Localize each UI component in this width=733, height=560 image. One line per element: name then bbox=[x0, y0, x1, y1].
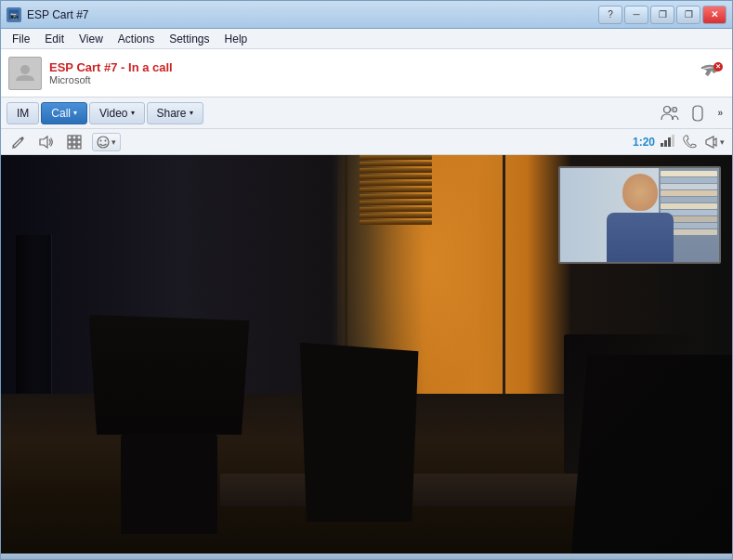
speaker-icon-button[interactable] bbox=[36, 133, 57, 151]
menu-file[interactable]: File bbox=[5, 31, 37, 47]
toolbar-row: IM Call ▾ Video ▾ Share ▾ bbox=[1, 98, 732, 129]
svg-marker-6 bbox=[40, 137, 47, 148]
menu-help[interactable]: Help bbox=[217, 31, 255, 47]
svg-rect-21 bbox=[668, 137, 671, 147]
call-phone-button[interactable] bbox=[683, 135, 700, 150]
more-tools-button[interactable]: » bbox=[713, 106, 726, 120]
tab-video[interactable]: Video ▾ bbox=[89, 102, 144, 124]
svg-rect-22 bbox=[672, 135, 674, 147]
svg-rect-15 bbox=[77, 145, 81, 149]
toolbar-right: » bbox=[658, 102, 726, 124]
title-bar: 📷 ESP Cart #7 ? ─ ❐ ❐ ✕ bbox=[1, 1, 732, 29]
more-actions-button[interactable]: ▾ bbox=[705, 136, 725, 149]
window-bottom-border bbox=[1, 553, 732, 559]
svg-rect-12 bbox=[77, 140, 81, 144]
grid-icon-button[interactable] bbox=[64, 133, 85, 151]
pip-video-feed bbox=[560, 168, 719, 262]
minimize-button[interactable]: ─ bbox=[624, 6, 648, 24]
svg-point-18 bbox=[105, 139, 107, 141]
window-blinds bbox=[360, 155, 433, 374]
menu-view[interactable]: View bbox=[72, 31, 111, 47]
contact-name: ESP Cart #7 - In a call bbox=[49, 60, 695, 74]
video-area bbox=[1, 155, 732, 553]
chair-right bbox=[571, 355, 732, 554]
help-button[interactable]: ? bbox=[598, 6, 622, 24]
people-icon-button[interactable] bbox=[658, 102, 682, 124]
main-video-feed bbox=[1, 155, 732, 553]
pip-video-container bbox=[558, 166, 721, 264]
share-tab-dropdown-icon: ▾ bbox=[190, 109, 193, 117]
call-timer: 1:20 bbox=[633, 136, 655, 149]
svg-rect-19 bbox=[661, 143, 663, 147]
paperclip-icon-button[interactable] bbox=[686, 102, 710, 124]
svg-rect-7 bbox=[68, 136, 72, 139]
maximize-button[interactable]: ❐ bbox=[650, 6, 674, 24]
svg-text:📷: 📷 bbox=[10, 11, 19, 20]
pip-body bbox=[607, 213, 674, 264]
contact-bar: ESP Cart #7 - In a call Microsoft ✕ bbox=[1, 49, 732, 98]
video-tab-dropdown-icon: ▾ bbox=[131, 109, 135, 117]
pen-icon-button[interactable] bbox=[8, 133, 29, 151]
restore-button[interactable]: ❐ bbox=[676, 6, 700, 24]
signal-icon bbox=[661, 134, 677, 150]
svg-rect-10 bbox=[68, 140, 72, 144]
svg-rect-11 bbox=[72, 140, 76, 144]
emoticon-dropdown-icon: ▾ bbox=[111, 137, 116, 147]
pip-person-figure bbox=[598, 174, 682, 262]
avatar bbox=[8, 57, 42, 90]
toolbar-tabs: IM Call ▾ Video ▾ Share ▾ bbox=[7, 102, 658, 124]
window-controls: ? ─ ❐ ❐ ✕ bbox=[598, 6, 726, 24]
menu-bar: File Edit View Actions Settings Help bbox=[1, 29, 732, 49]
svg-point-16 bbox=[98, 137, 109, 148]
close-button[interactable]: ✕ bbox=[702, 6, 726, 24]
tab-share[interactable]: Share ▾ bbox=[147, 102, 203, 124]
contact-status: Microsoft bbox=[49, 74, 695, 85]
emoticon-button[interactable]: ▾ bbox=[92, 133, 121, 151]
menu-edit[interactable]: Edit bbox=[37, 31, 72, 47]
call-tab-dropdown-icon: ▾ bbox=[73, 109, 77, 117]
tab-call[interactable]: Call ▾ bbox=[41, 102, 87, 124]
svg-point-17 bbox=[100, 139, 102, 141]
svg-rect-14 bbox=[72, 145, 76, 149]
svg-rect-20 bbox=[664, 140, 667, 147]
action-row: ▾ 1:20 bbox=[1, 129, 732, 155]
svg-point-2 bbox=[20, 65, 30, 74]
contact-info: ESP Cart #7 - In a call Microsoft bbox=[49, 60, 695, 85]
pip-head bbox=[622, 174, 658, 211]
svg-rect-9 bbox=[77, 136, 81, 139]
window-title: ESP Cart #7 bbox=[27, 8, 598, 21]
end-call-button[interactable]: ✕ bbox=[695, 60, 725, 86]
svg-rect-8 bbox=[72, 136, 76, 139]
window-icon: 📷 bbox=[7, 7, 21, 22]
end-call-x-icon: ✕ bbox=[713, 62, 723, 72]
svg-point-5 bbox=[671, 108, 674, 111]
audio-dropdown-icon: ▾ bbox=[720, 137, 725, 147]
svg-point-3 bbox=[664, 106, 671, 112]
chair-left bbox=[88, 315, 249, 534]
main-window: 📷 ESP Cart #7 ? ─ ❐ ❐ ✕ File Edit View A… bbox=[0, 0, 733, 560]
svg-rect-13 bbox=[68, 145, 72, 149]
tab-im[interactable]: IM bbox=[7, 102, 39, 124]
action-left: ▾ bbox=[8, 133, 121, 151]
action-right: 1:20 ▾ bbox=[633, 134, 725, 150]
menu-settings[interactable]: Settings bbox=[162, 31, 216, 47]
chair-center bbox=[294, 343, 425, 522]
menu-actions[interactable]: Actions bbox=[111, 31, 162, 47]
